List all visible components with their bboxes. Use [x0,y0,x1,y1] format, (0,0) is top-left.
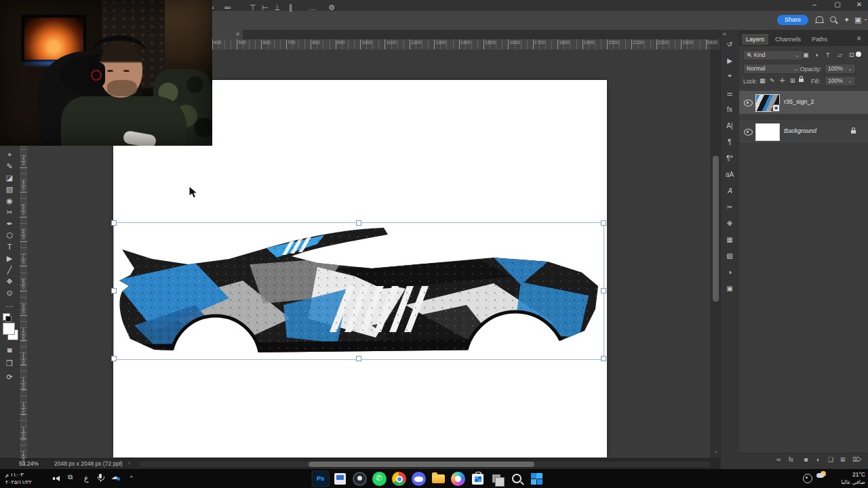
fill-value[interactable]: 100%⌄ [825,76,856,86]
gradient-tool[interactable]: ▧ [0,185,19,194]
layer-name[interactable]: Background [784,127,816,134]
foreground-color-swatch[interactable] [3,323,15,335]
actions-panel-icon[interactable]: ▶ [720,57,739,64]
blur-tool[interactable]: ◉ [0,197,19,205]
new-adjustment-layer-icon[interactable]: ◐ [816,456,820,463]
distribute-vertical-centers-icon[interactable]: ⊢ [262,3,269,12]
history-brush-tool[interactable]: ✎ [0,162,19,171]
path-select-tool[interactable]: ▶ [0,254,19,263]
taskbar-whatsapp[interactable] [372,472,387,486]
minimize-icon[interactable]: – [807,1,822,8]
screen-mode-icon[interactable]: ❒ [0,359,19,368]
taskbar-obs[interactable] [353,472,367,486]
layer-name[interactable]: r35_sign_2 [784,98,814,105]
transform-handle[interactable] [601,356,606,361]
line-tool[interactable]: ╱ [0,266,19,274]
libraries-panel-icon[interactable]: ▣ [720,285,739,292]
restore-icon[interactable]: ▢ [830,1,845,8]
language-indicator[interactable]: ع [84,474,89,483]
transform-handle[interactable] [111,288,117,293]
properties-panel-icon[interactable]: ⚌ [720,89,739,97]
scrollbar-chevron-icon[interactable]: ⌄ [713,448,719,454]
free-transform-box[interactable] [113,222,604,360]
distribute-horizontal-icon[interactable]: ∥ [289,3,293,12]
search-icon[interactable] [830,16,836,22]
filter-smart-objects-icon[interactable]: ⊡ [849,52,854,58]
patterns-panel-icon[interactable]: ▦ [720,236,739,243]
taskbar-photoshop[interactable]: Ps [313,472,328,486]
character-panel-icon[interactable]: A| [720,122,739,129]
paragraph-panel-icon[interactable]: ¶ [720,138,739,146]
taskbar-clock[interactable]: ١١:٠٣ م ٢٠٢٥/١١/٢٢ [5,471,53,486]
default-colors-icon[interactable] [3,313,10,321]
vertical-scrollbar-thumb[interactable] [713,156,719,302]
vertical-scrollbar[interactable]: ⌄ [711,49,720,458]
microphone-tray-icon[interactable] [99,474,102,479]
new-layer-icon[interactable]: ⊞ [840,456,846,463]
clone-stamp-tool[interactable]: ⌖ [0,150,19,159]
notifications-bell-icon[interactable] [816,16,823,22]
lock-artboard-icon[interactable]: ⊞ [790,77,795,84]
layer-style-fx-icon[interactable]: fx [789,456,793,463]
history-panel-icon[interactable]: ↺ [720,41,739,48]
new-group-icon[interactable]: ❏ [828,456,833,463]
glyphs-panel-icon[interactable]: 𝐴 [720,187,739,195]
quick-mask-icon[interactable]: ◙ [0,346,19,354]
link-layers-icon[interactable]: ∞ [776,456,781,463]
workspace-chevron-icon[interactable]: ⌄ [863,16,868,22]
lock-transparent-icon[interactable]: ▦ [760,77,766,84]
taskbar-legacy-windows[interactable] [490,472,505,486]
taskbar-start[interactable] [530,472,544,486]
shape-tool[interactable]: ⬡ [0,231,19,240]
transform-handle[interactable] [601,288,606,293]
lock-position-icon[interactable]: ✛ [780,77,785,84]
taskbar-task-view[interactable] [333,472,347,486]
taskbar-file-explorer[interactable] [431,472,446,486]
distribute-bottom-icon[interactable]: ⊥ [274,3,281,12]
lock-all-icon[interactable] [799,79,804,82]
gradients-panel-icon[interactable]: ▧ [720,252,739,260]
opacity-value[interactable]: 100%⌄ [825,64,856,74]
filter-pixel-layers-icon[interactable]: ▣ [803,52,809,58]
zoom-tool[interactable]: ⊙ [0,289,19,298]
filter-type-layers-icon[interactable]: T [826,52,830,58]
volume-icon[interactable] [56,476,60,481]
horizontal-scrollbar[interactable] [139,462,711,467]
filter-shape-layers-icon[interactable]: ▱ [837,52,842,58]
more-options-icon[interactable]: … [309,3,316,12]
workspace-switcher-icon[interactable]: ▣ [854,16,861,24]
tray-chevron-icon[interactable]: ⌃ [129,475,134,482]
distribute-top-icon[interactable]: ⊤ [250,3,256,12]
settings-gear-icon[interactable]: ⚙ [328,3,335,12]
layer-filter-kind-dropdown[interactable]: 🔍︎ Kind ⌄ [743,50,803,60]
eraser-tool[interactable]: ◪ [0,174,19,182]
pen-tool[interactable]: ✒ [0,220,19,228]
styles-fx-panel-icon[interactable]: fx [720,106,739,113]
tab-channels[interactable]: Channels [771,34,805,45]
blend-mode-dropdown[interactable]: Normal⌄ [743,64,802,74]
tray-circle-icon[interactable] [803,474,812,483]
hand-tool[interactable]: ❖ [0,277,19,286]
taskbar-store[interactable] [471,472,485,486]
type-tool[interactable]: T [0,243,19,251]
layer-row-r35-sign-2[interactable]: ▣ r35_sign_2 [739,91,868,114]
network-display-icon[interactable]: ⧉ [68,473,73,481]
transform-handle[interactable] [356,356,361,361]
adjustments-panel-icon[interactable]: ◑ [720,268,739,276]
lock-pixels-icon[interactable]: ✎ [770,77,775,84]
character-styles-panel-icon[interactable]: aA [720,171,739,178]
taskbar-chrome[interactable] [392,472,406,486]
dodge-tool[interactable]: ✂ [0,208,19,217]
tab-paths[interactable]: Paths [808,34,831,45]
paragraph-styles-panel-icon[interactable]: ¶* [720,155,739,162]
layer-thumbnail[interactable] [755,123,780,141]
layer-visibility-eye-icon[interactable] [744,129,753,136]
status-arrow-left-icon[interactable]: ‹ [128,460,130,466]
rotate-view-icon[interactable]: ⟳ [0,373,19,382]
taskbar-search[interactable] [510,472,524,486]
align-horizontal-centers-icon[interactable]: ≕ [224,3,231,12]
discover-icon[interactable]: ✦ [844,16,850,24]
weather-widget[interactable]: 21°C صافي غالبا [814,470,865,487]
filter-toggle-icon[interactable] [856,52,861,57]
edit-toolbar[interactable]: … [0,300,19,308]
